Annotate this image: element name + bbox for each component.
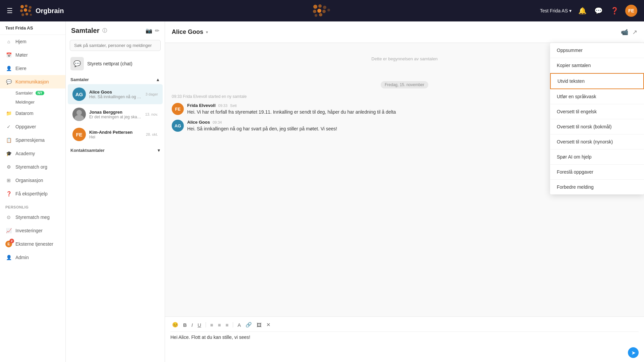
sidebar-item-hjem[interactable]: ⌂ Hjem	[0, 35, 65, 48]
dropdown-foresla[interactable]: Foreslå oppgaver	[550, 165, 644, 180]
hamburger-menu[interactable]: ☰	[7, 7, 13, 15]
dropdown-spor-ai[interactable]: Spør AI om hjelp	[550, 149, 644, 165]
sidebar-item-kommunikasjon[interactable]: 💬 Kommunikasjon	[0, 75, 65, 88]
svg-point-8	[30, 14, 32, 16]
chat-nav-icon: 💬	[5, 78, 12, 85]
topbar-logo: Orgbrain	[19, 4, 64, 17]
user-avatar[interactable]: FE	[625, 5, 637, 17]
tasks-icon: ✓	[5, 123, 12, 130]
conversations-search[interactable]	[70, 40, 161, 51]
sidebar-label-kommunikasjon: Kommunikasjon	[15, 79, 49, 84]
chat-contact-name: Alice Goos	[172, 28, 203, 36]
dropdown-oversett-en[interactable]: Oversett til engelsk	[550, 104, 644, 119]
sidebar-label-externe: Eksterne tjenester	[15, 241, 53, 247]
video-call-icon[interactable]: 📹	[621, 28, 628, 36]
graduation-icon: 🎓	[5, 150, 12, 157]
conv-name-kim: Kim-André Pettersen	[89, 130, 143, 135]
sidebar-item-sporreskjema[interactable]: 📋 Spørreskjema	[0, 133, 65, 147]
chat-icon[interactable]: 💬	[593, 5, 604, 16]
notification-bell-icon[interactable]: 🔔	[577, 5, 588, 16]
sidebar-item-datarom[interactable]: 📁 Datarom	[0, 107, 65, 120]
dropdown-sprak[interactable]: Utfør en språkvask	[550, 89, 644, 104]
sidebar-item-admin[interactable]: 👤 Admin	[0, 251, 65, 264]
kontakt-arrow[interactable]: ▾	[158, 148, 160, 153]
dropdown-utvid[interactable]: Utvid teksten	[550, 73, 644, 89]
emoji-button[interactable]: 😊	[170, 321, 180, 329]
sidebar-item-moter[interactable]: 📅 Møter	[0, 48, 65, 62]
sidebar-item-styrematch[interactable]: ⚙ Styrematch org	[0, 160, 65, 174]
conv-item-alice[interactable]: AG Alice Goos Hei. Så innkallingen nå og…	[68, 84, 163, 104]
indent-button[interactable]: ≡	[224, 321, 230, 329]
sidebar-sub-meldinger[interactable]: Meldinger	[0, 98, 65, 107]
sidebar-item-investeringer[interactable]: 📈 Investeringer	[0, 224, 65, 237]
org-selector-name: Test Frida AS	[540, 8, 568, 13]
msg-status-1: Sett	[230, 104, 237, 108]
font-color-button[interactable]: A	[236, 321, 243, 329]
dropdown-oversett-nb[interactable]: Oversett til norsk (bokmål)	[550, 119, 644, 134]
topbar-left: ☰ Orgbrain	[7, 4, 64, 17]
underline-button[interactable]: U	[196, 321, 203, 329]
clear-button[interactable]: ✕	[265, 321, 272, 329]
compose-input[interactable]: Hei Alice. Flott at du kan stille, vi se…	[170, 335, 639, 345]
compose-icon[interactable]: ✏	[155, 27, 159, 34]
group-collapse-icon[interactable]: ▲	[156, 77, 160, 82]
conv-time-kim: 28. okt.	[146, 132, 158, 136]
org-selector[interactable]: Test Frida AS ▾	[540, 8, 572, 13]
people-icon: 👤	[5, 65, 12, 72]
dropdown-oppsummer[interactable]: Oppsummer	[550, 43, 644, 58]
sidebar-item-externe[interactable]: E 2 Eksterne tjenester	[0, 237, 65, 251]
send-button[interactable]: ➤	[628, 347, 639, 358]
compose-area: 😊 B I U ≡ ≡ ≡ A 🔗 🖼 ✕ Hei Alice. Flott a…	[165, 316, 644, 362]
home-icon: ⌂	[5, 38, 12, 45]
sidebar-label-academy: Academy	[15, 151, 35, 156]
sidebar-item-eiere[interactable]: 👤 Eiere	[0, 62, 65, 75]
conv-avatar-jonas	[72, 108, 86, 121]
sidebar-item-oppgaver[interactable]: ✓ Oppgaver	[0, 120, 65, 133]
svg-point-2	[29, 6, 32, 9]
conv-item-jonas[interactable]: Jonas Berggren Er det meningen at jeg sk…	[68, 104, 163, 124]
styrets-nettprat-item[interactable]: 💬 Styrets nettprat (chat)	[66, 54, 165, 74]
sidebar-label-styrematch-meg: Styrematch meg	[15, 215, 50, 220]
dropdown-kopier[interactable]: Kopier samtalen	[550, 58, 644, 73]
sidebar-item-organisasjon[interactable]: ⊞ Organisasjon	[0, 174, 65, 187]
conv-name-alice: Alice Goos	[89, 89, 142, 95]
conv-preview-jonas: Er det meningen at jeg skal delt...	[89, 115, 142, 119]
dropdown-forbedre[interactable]: Forbedre melding	[550, 180, 644, 194]
sidebar-org-name: Test Frida AS	[0, 21, 65, 35]
sidebar-item-styrematch-meg[interactable]: ⊙ Styrematch meg	[0, 210, 65, 224]
samtaler-label: Samtaler	[15, 90, 33, 96]
sidebar-label-styrematch: Styrematch org	[15, 164, 47, 170]
msg-avatar-alice: AG	[172, 120, 184, 132]
svg-point-9	[313, 5, 317, 9]
italic-button[interactable]: I	[190, 321, 195, 329]
samtaler-badge: NY	[36, 91, 44, 95]
conv-item-kim[interactable]: FE Kim-André Pettersen Hei 28. okt.	[68, 124, 163, 144]
svg-point-4	[24, 8, 27, 12]
chat-header: Alice Goos ▾ 📹 ↗	[165, 21, 644, 43]
list-unordered-button[interactable]: ≡	[216, 321, 223, 329]
sidebar-item-academy[interactable]: 🎓 Academy	[0, 147, 65, 160]
svg-point-13	[317, 9, 321, 13]
sidebar-sub-samtaler[interactable]: Samtaler NY	[0, 88, 65, 98]
toolbar-divider-2	[233, 322, 233, 327]
video-icon[interactable]: 📷	[146, 27, 152, 34]
conversations-info-icon[interactable]: ⓘ	[102, 28, 107, 34]
bold-button[interactable]: B	[181, 321, 189, 329]
conversations-title: Samtaler ⓘ	[71, 27, 107, 35]
personal-section-label: Personlig	[0, 200, 65, 210]
list-ordered-button[interactable]: ≡	[209, 321, 215, 329]
svg-point-12	[313, 10, 316, 13]
chat-dropdown-arrow[interactable]: ▾	[206, 30, 208, 35]
dropdown-oversett-nn[interactable]: Oversett til norsk (nynorsk)	[550, 134, 644, 149]
sidebar-item-eksperthjelp[interactable]: ❓ Få eksperthjelp	[0, 187, 65, 200]
conv-info-kim: Kim-André Pettersen Hei	[89, 130, 143, 139]
conversations-header-actions: 📷 ✏	[146, 27, 159, 34]
svg-point-15	[315, 14, 317, 17]
leave-icon[interactable]: ↗	[632, 28, 637, 36]
image-button[interactable]: 🖼	[255, 321, 263, 329]
svg-point-5	[28, 9, 31, 12]
link-button[interactable]: 🔗	[244, 321, 254, 329]
help-icon[interactable]: ❓	[609, 5, 620, 16]
sidebar-label-hjem: Hjem	[15, 39, 26, 44]
help-nav-icon: ❓	[5, 190, 12, 197]
